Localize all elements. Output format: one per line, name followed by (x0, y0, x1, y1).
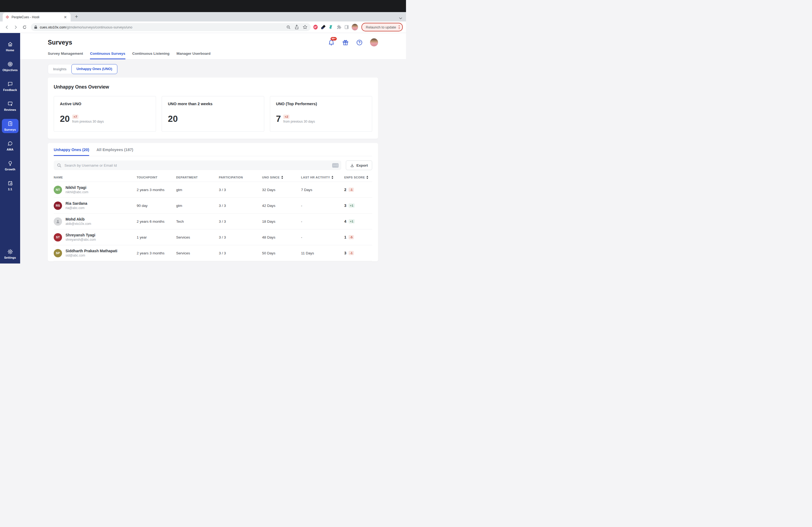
window-top-strip (0, 0, 406, 12)
column-participation: PARTICIPATION (219, 176, 262, 179)
rewards-gift-icon[interactable] (342, 39, 349, 46)
tab-manager-userboard[interactable]: Manager Userboard (176, 51, 211, 59)
browser-chrome: PeopleCues - Hooli ✕ ＋ cues.xto10x.com/g… (0, 0, 406, 33)
employee-email: shreyansh@abc.com (66, 238, 96, 241)
chat-bubble-icon (7, 81, 13, 87)
bookmark-star-icon[interactable] (303, 25, 307, 30)
extensions-puzzle-icon[interactable] (336, 24, 342, 30)
calendar-clock-icon (7, 180, 13, 186)
zoom-out-icon[interactable] (286, 25, 291, 30)
avatar: SP (54, 249, 62, 257)
search-input[interactable] (64, 163, 330, 168)
department-value: Services (176, 251, 219, 255)
overview-card: Unhappy Ones Overview Active UNO 20 +7 f… (48, 77, 378, 139)
stat-value: 20 (168, 114, 178, 123)
table-row[interactable]: NT Nikhil Tyagi nikhil@abc.com 2 years 3… (54, 182, 372, 198)
sidebar-item-home[interactable]: Home (2, 40, 18, 54)
sidebar-item-feedback[interactable]: Feedback (2, 79, 18, 93)
enps-delta-badge: +1 (349, 204, 355, 208)
tab-survey-management[interactable]: Survey Management (48, 51, 83, 59)
browser-toolbar: cues.xto10x.com/gtmdemo/surveys/continuo… (0, 21, 406, 33)
stat-card-uno-top-performers: UNO (Top Performers) 7 +2 from previous … (270, 96, 372, 132)
share-icon[interactable] (294, 25, 299, 30)
overview-title: Unhappy Ones Overview (54, 84, 372, 90)
avatar (54, 217, 62, 226)
sidebar-item-ama[interactable]: AMA (2, 139, 18, 153)
side-panel-icon[interactable] (344, 24, 350, 30)
employee-email: nikhil@abc.com (66, 190, 88, 194)
tab-unhappy-ones[interactable]: Unhappy Ones (20) (54, 148, 89, 156)
sidebar: Home Objectives Feedback Reviews Surveys… (0, 33, 20, 264)
user-avatar[interactable] (370, 39, 378, 46)
enps-score-cell: 2 -1 (344, 187, 372, 192)
table-row[interactable]: Mohd Akib akib@xto10x.com 2 years 6 mont… (54, 214, 372, 229)
target-icon (7, 61, 13, 67)
employee-name: Mohd Akib (66, 217, 91, 221)
sidebar-item-one-on-one[interactable]: 1:1 (2, 178, 18, 193)
browser-profile-avatar[interactable] (351, 24, 358, 31)
tab-continuous-surveys[interactable]: Continuous Surveys (90, 51, 125, 59)
last-hr-activity-value: - (301, 204, 344, 208)
search-box[interactable] (54, 161, 341, 170)
export-button[interactable]: Export (346, 161, 372, 170)
table-body: NT Nikhil Tyagi nikhil@abc.com 2 years 3… (54, 182, 372, 261)
participation-value: 3 / 3 (219, 204, 262, 208)
column-touchpoint: TOUCHPOINT (137, 176, 176, 179)
tab-close-icon[interactable]: ✕ (62, 15, 68, 19)
new-tab-button[interactable]: ＋ (71, 13, 82, 21)
toggle-insights[interactable]: Insights (48, 64, 72, 74)
participation-value: 3 / 3 (219, 251, 262, 255)
employee-name: Shreyansh Tyagi (66, 233, 96, 237)
sort-icon[interactable] (281, 176, 283, 179)
column-name: NAME (54, 176, 137, 179)
participation-value: 3 / 3 (219, 220, 262, 224)
column-department: DEPARTMENT (176, 176, 219, 179)
table-tabs: Unhappy Ones (20) All Employees (187) (54, 148, 372, 156)
person-placeholder-icon (56, 219, 60, 224)
stat-card-uno-two-weeks: UNO more than 2 weeks 20 (162, 96, 264, 132)
uno-since-value: 32 Days (262, 188, 301, 192)
toggle-unhappy-ones[interactable]: Unhappy Ones (UNO) (71, 64, 117, 74)
browser-menu-icon[interactable] (399, 25, 400, 29)
help-icon[interactable] (356, 39, 363, 46)
notifications-bell-icon[interactable]: 99+ (328, 39, 335, 46)
home-icon (7, 41, 13, 47)
sidebar-item-surveys[interactable]: Surveys (2, 119, 18, 133)
url-bar[interactable]: cues.xto10x.com/gtmdemo/surveys/continuo… (31, 23, 311, 31)
reload-icon[interactable] (21, 23, 28, 31)
favicon-icon (5, 15, 10, 19)
employee-email: akib@xto10x.com (66, 222, 91, 226)
relaunch-button[interactable]: Relaunch to update (361, 23, 403, 31)
sidebar-item-settings[interactable]: Settings (2, 247, 18, 261)
table-row[interactable]: ST Shreyansh Tyagi shreyansh@abc.com 1 y… (54, 229, 372, 245)
table-row[interactable]: RS Ria Sardana ria@abc.com 90 day gtm 3 … (54, 198, 372, 214)
sidebar-item-objectives[interactable]: Objectives (2, 59, 18, 74)
participation-value: 3 / 3 (219, 235, 262, 239)
browser-tab[interactable]: PeopleCues - Hooli ✕ (3, 13, 71, 21)
department-value: Tech (176, 220, 219, 224)
extension-grammar-icon[interactable] (312, 24, 318, 30)
enps-delta-badge: +1 (349, 219, 355, 224)
enps-score-value: 1 (344, 235, 346, 239)
stat-value: 7 (276, 114, 281, 123)
download-icon (350, 163, 354, 167)
lightbulb-icon (7, 161, 13, 166)
lock-icon (34, 25, 37, 29)
employee-name: Nikhil Tyagi (66, 185, 88, 190)
avatar: ST (54, 233, 62, 241)
tab-list-chevron-icon[interactable] (399, 17, 402, 19)
speech-bubble-icon (7, 140, 13, 147)
sort-icon[interactable] (331, 176, 334, 179)
table-row[interactable]: SP Siddharth Prakash Mathapati sid@abc.c… (54, 245, 372, 261)
sidebar-item-reviews[interactable]: Reviews (2, 99, 18, 113)
sort-icon[interactable] (366, 176, 368, 179)
extension-teal-icon[interactable] (328, 24, 334, 30)
tab-continuous-listening[interactable]: Continuous Listening (132, 51, 170, 59)
back-icon[interactable] (3, 23, 11, 31)
extension-eyedropper-icon[interactable] (320, 24, 326, 30)
forward-icon[interactable] (12, 23, 19, 31)
sidebar-item-growth[interactable]: Growth (2, 159, 18, 173)
tab-all-employees[interactable]: All Employees (187) (97, 148, 133, 156)
enps-score-cell: 3 -1 (344, 251, 372, 255)
uno-since-value: 18 Days (262, 220, 301, 224)
